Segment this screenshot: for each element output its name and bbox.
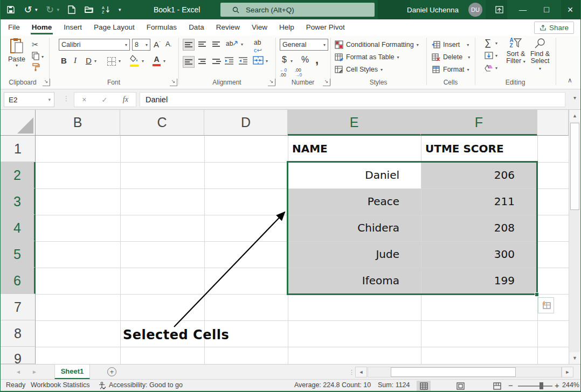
- normal-view-icon[interactable]: [417, 381, 431, 391]
- scroll-down-icon[interactable]: ▼: [570, 352, 580, 364]
- formula-input[interactable]: [140, 93, 565, 107]
- increase-decimal-button[interactable]: ←0.00: [280, 68, 287, 78]
- delete-cells-button[interactable]: Delete▾: [432, 51, 470, 63]
- number-dialog-launcher-icon[interactable]: ↘: [323, 79, 330, 86]
- undo-icon[interactable]: ↺: [23, 5, 33, 15]
- underline-button[interactable]: D: [86, 56, 92, 65]
- merge-center-icon[interactable]: [253, 56, 264, 66]
- avatar[interactable]: DU: [468, 3, 482, 17]
- wrap-text-icon[interactable]: abc↩: [254, 39, 262, 54]
- name-box-input[interactable]: [4, 96, 37, 104]
- autosum-button[interactable]: ∑: [485, 38, 491, 48]
- currency-format-button[interactable]: $: [282, 55, 287, 65]
- font-name-select[interactable]: Calibri▾: [59, 39, 130, 51]
- number-format-select[interactable]: General▾: [280, 39, 328, 51]
- align-right-button[interactable]: [211, 56, 223, 68]
- zoom-in-icon[interactable]: +: [555, 380, 559, 391]
- fill-color-dropdown-icon[interactable]: ▾: [142, 59, 144, 64]
- decrease-font-size-button[interactable]: Aˇ: [165, 40, 171, 50]
- sheet-nav-right-icon[interactable]: ►: [32, 365, 37, 380]
- expand-formula-bar-icon[interactable]: ▾: [573, 95, 576, 101]
- tab-home[interactable]: Home: [32, 19, 52, 36]
- find-select-button[interactable]: Find &Select ▾: [529, 38, 551, 72]
- new-sheet-button[interactable]: +: [107, 367, 116, 376]
- collapse-ribbon-icon[interactable]: ∧: [568, 76, 572, 84]
- zoom-level[interactable]: 244%: [562, 380, 579, 391]
- font-size-select[interactable]: 8▾: [132, 39, 150, 51]
- horizontal-scrollbar[interactable]: [368, 367, 562, 377]
- clear-button[interactable]: [485, 64, 493, 73]
- scroll-up-icon[interactable]: ▲: [570, 110, 580, 122]
- new-file-icon[interactable]: [67, 5, 77, 15]
- decrease-indent-icon[interactable]: [225, 57, 234, 66]
- tabbar-resize-handle[interactable]: ⋮: [349, 365, 355, 380]
- italic-button[interactable]: I: [74, 56, 77, 65]
- vertical-scrollbar[interactable]: ▲ ▼: [569, 110, 580, 364]
- share-button[interactable]: Share: [534, 22, 574, 34]
- undo-dropdown-icon[interactable]: ▾: [35, 7, 38, 12]
- zoom-out-icon[interactable]: −: [508, 380, 513, 391]
- open-folder-icon[interactable]: [84, 5, 94, 15]
- name-box-dropdown-icon[interactable]: ▾: [48, 97, 54, 102]
- font-dialog-launcher-icon[interactable]: ↘: [170, 79, 177, 86]
- align-center-button[interactable]: [197, 56, 209, 68]
- cut-icon[interactable]: ✂: [32, 40, 39, 50]
- format-cells-button[interactable]: Format▾: [432, 64, 469, 75]
- tab-help[interactable]: Help: [279, 19, 294, 36]
- tab-page-layout[interactable]: Page Layout: [94, 19, 135, 36]
- tab-insert[interactable]: Insert: [64, 19, 82, 36]
- insert-cells-button[interactable]: Insert▾: [432, 39, 469, 51]
- sheet-tab-sheet1[interactable]: Sheet1: [54, 365, 90, 380]
- page-layout-view-icon[interactable]: [453, 381, 467, 391]
- tab-file[interactable]: File: [8, 19, 20, 36]
- alignment-dialog-launcher-icon[interactable]: ↘: [268, 79, 275, 86]
- fill-color-icon[interactable]: [130, 55, 139, 67]
- zoom-slider[interactable]: [518, 386, 552, 387]
- search-input[interactable]: [246, 6, 354, 14]
- sheet-nav-left-icon[interactable]: ◄: [16, 365, 21, 380]
- borders-dropdown-icon[interactable]: ▾: [119, 59, 121, 64]
- page-break-view-icon[interactable]: [490, 381, 504, 391]
- copy-dropdown-icon[interactable]: ▾: [42, 54, 44, 59]
- copy-icon[interactable]: [32, 52, 39, 62]
- save-icon[interactable]: [6, 5, 16, 15]
- align-left-button[interactable]: [183, 56, 195, 68]
- customize-toolbar-icon[interactable]: ▾: [119, 7, 121, 12]
- font-color-icon[interactable]: A: [153, 55, 161, 66]
- fill-button[interactable]: [485, 52, 493, 61]
- user-name[interactable]: Daniel Uchenna: [407, 6, 459, 14]
- currency-dropdown-icon[interactable]: ▾: [290, 59, 293, 64]
- clear-dropdown-icon[interactable]: ▾: [495, 66, 497, 71]
- autosum-dropdown-icon[interactable]: ▾: [495, 41, 497, 46]
- cancel-icon[interactable]: ×: [82, 95, 86, 104]
- tab-data[interactable]: Data: [189, 19, 204, 36]
- maximize-button[interactable]: □: [540, 3, 554, 17]
- percent-format-button[interactable]: %: [301, 55, 309, 65]
- horizontal-scrollbar-thumb[interactable]: [391, 367, 516, 377]
- cell-styles-button[interactable]: Cell Styles▾: [335, 64, 383, 75]
- paste-button[interactable]: Paste ▾: [5, 38, 29, 68]
- merge-center-dropdown-icon[interactable]: ▾: [266, 59, 268, 64]
- zoom-slider-thumb[interactable]: [540, 382, 543, 389]
- hscroll-left-icon[interactable]: ◄: [355, 367, 367, 377]
- tab-power-pivot[interactable]: Power Pivot: [306, 19, 345, 36]
- accessibility-status[interactable]: Accessibility: Good to go: [109, 380, 183, 391]
- tab-formulas[interactable]: Formulas: [147, 19, 177, 36]
- font-color-dropdown-icon[interactable]: ▾: [163, 59, 165, 64]
- bold-button[interactable]: B: [61, 56, 67, 65]
- vertical-scrollbar-thumb[interactable]: [570, 123, 579, 210]
- align-top-button[interactable]: [183, 39, 195, 51]
- formula-bar-resize-handle[interactable]: ⋮: [63, 95, 70, 102]
- borders-icon[interactable]: [107, 57, 116, 66]
- sort-az-icon[interactable]: AZ: [101, 5, 111, 15]
- format-painter-icon[interactable]: [32, 62, 40, 73]
- tab-review[interactable]: Review: [216, 19, 240, 36]
- hscroll-right-icon[interactable]: ►: [562, 367, 573, 377]
- format-as-table-button[interactable]: Format as Table▾: [335, 51, 399, 63]
- decrease-decimal-button[interactable]: .00→0: [295, 68, 302, 78]
- orientation-icon[interactable]: ab: [226, 40, 238, 47]
- workbook-statistics-button[interactable]: Workbook Statistics: [31, 380, 90, 391]
- orientation-dropdown-icon[interactable]: ▾: [241, 42, 243, 47]
- tab-view[interactable]: View: [252, 19, 267, 36]
- enter-icon[interactable]: ✓: [102, 96, 108, 104]
